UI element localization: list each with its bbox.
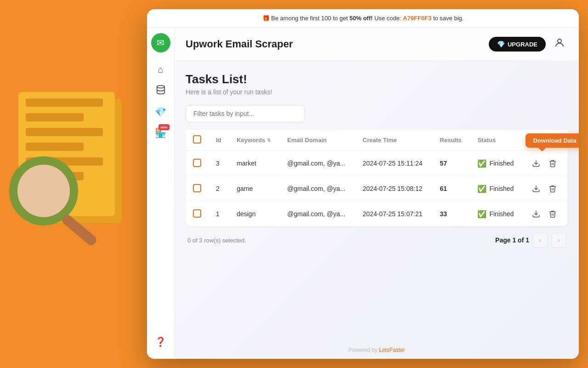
header-keywords[interactable]: Keywords ⇅ bbox=[229, 130, 280, 151]
powered-by: Powered by LetsFaster bbox=[175, 341, 579, 359]
row-create-time: 2024-07-25 15:07:21 bbox=[356, 201, 433, 227]
download-button[interactable] bbox=[530, 183, 542, 195]
sidebar-item-diamond[interactable]: 💎 bbox=[151, 102, 170, 121]
svg-point-0 bbox=[157, 85, 164, 88]
table-body: 3 market @gmail.com, @ya... 2024-07-25 1… bbox=[186, 151, 568, 227]
sidebar-item-help[interactable]: ❓ bbox=[151, 332, 170, 351]
background-decoration bbox=[0, 0, 147, 368]
user-profile-button[interactable] bbox=[551, 36, 568, 52]
table-row: 3 market @gmail.com, @ya... 2024-07-25 1… bbox=[186, 151, 568, 176]
row-checkbox[interactable] bbox=[193, 159, 201, 167]
bg-doc-line bbox=[26, 98, 103, 107]
header-status: Status bbox=[470, 130, 523, 151]
sidebar-item-shop[interactable]: 🏪 new bbox=[151, 123, 170, 143]
page-title: Tasks List! bbox=[186, 72, 568, 86]
main-content: Upwork Email Scraper 💎 UPGRADE Task bbox=[175, 28, 579, 359]
row-checkbox-cell bbox=[186, 176, 209, 201]
database-icon bbox=[156, 85, 166, 97]
download-button[interactable] bbox=[530, 157, 542, 169]
table-header: Id Keywords ⇅ Email Domain Create Time R bbox=[186, 130, 568, 151]
upgrade-button[interactable]: 💎 UPGRADE bbox=[489, 37, 546, 52]
bg-doc-line bbox=[26, 128, 103, 136]
app-window: 🎁 Be among the first 100 to get 50% off!… bbox=[147, 9, 579, 359]
download-button[interactable] bbox=[530, 208, 542, 220]
sidebar-bottom: ❓ bbox=[151, 332, 170, 353]
magnifier-circle bbox=[9, 156, 78, 225]
bg-doc-line bbox=[26, 143, 84, 151]
row-checkbox-cell bbox=[186, 201, 209, 227]
row-email-domain: @gmail.com, @ya... bbox=[280, 151, 355, 176]
bg-doc-line bbox=[26, 113, 84, 121]
keywords-header: Keywords ⇅ bbox=[237, 137, 272, 144]
diamond-icon: 💎 bbox=[497, 40, 505, 48]
table-footer: 0 of 3 row(s) selected. Page 1 of 1 ‹ › bbox=[186, 226, 568, 247]
status-text: Finished bbox=[489, 210, 514, 218]
row-create-time: 2024-07-25 15:08:12 bbox=[356, 176, 433, 201]
row-results: 57 bbox=[433, 151, 470, 176]
table-wrapper: Id Keywords ⇅ Email Domain Create Time R bbox=[186, 130, 568, 226]
table-row: 2 game @gmail.com, @ya... 2024-07-25 15:… bbox=[186, 176, 568, 201]
row-keywords: game bbox=[229, 176, 280, 201]
row-action bbox=[523, 176, 568, 201]
page-content: Tasks List! Here is a list of your run t… bbox=[175, 61, 579, 341]
header-id: Id bbox=[209, 130, 229, 151]
upgrade-label: UPGRADE bbox=[508, 41, 537, 48]
bg-doc-front bbox=[18, 92, 115, 216]
status-text: Finished bbox=[489, 160, 514, 167]
pagination: Page 1 of 1 ‹ › bbox=[495, 233, 566, 247]
status-check-icon: ✅ bbox=[477, 184, 486, 193]
filter-input[interactable] bbox=[186, 105, 305, 122]
header-email-domain: Email Domain bbox=[280, 130, 355, 151]
status-check-icon: ✅ bbox=[477, 159, 486, 168]
header-row: Id Keywords ⇅ Email Domain Create Time R bbox=[186, 130, 568, 151]
promo-banner: 🎁 Be among the first 100 to get 50% off!… bbox=[147, 9, 579, 28]
select-all-checkbox[interactable] bbox=[193, 135, 201, 144]
delete-button[interactable] bbox=[547, 208, 559, 220]
bg-doc-line bbox=[26, 172, 84, 180]
sidebar-item-home[interactable]: ⌂ bbox=[151, 60, 170, 79]
home-icon: ⌂ bbox=[158, 64, 163, 75]
row-checkbox[interactable] bbox=[193, 184, 201, 192]
tasks-table: Id Keywords ⇅ Email Domain Create Time R bbox=[186, 130, 568, 226]
bg-document bbox=[18, 92, 119, 221]
promo-code[interactable]: A79FF0F3 bbox=[403, 15, 431, 22]
row-email-domain: @gmail.com, @ya... bbox=[280, 176, 355, 201]
promo-end: to save big. bbox=[433, 15, 464, 22]
row-checkbox[interactable] bbox=[193, 209, 201, 218]
diamond-icon: 💎 bbox=[155, 106, 166, 117]
row-action bbox=[523, 201, 568, 227]
sidebar: ✉ ⌂ 💎 🏪 new bbox=[147, 28, 175, 359]
sidebar-logo[interactable]: ✉ bbox=[151, 33, 170, 52]
row-status: ✅ Finished bbox=[470, 176, 523, 201]
row-id: 1 bbox=[209, 201, 229, 227]
new-badge: new bbox=[158, 124, 170, 130]
sort-icon: ⇅ bbox=[267, 138, 271, 143]
row-keywords: market bbox=[229, 151, 280, 176]
pagination-prev-button[interactable]: ‹ bbox=[533, 233, 548, 247]
download-tooltip: Download Data bbox=[526, 133, 579, 148]
sidebar-item-database[interactable] bbox=[151, 81, 170, 100]
mail-icon: ✉ bbox=[157, 37, 164, 48]
row-email-domain: @gmail.com, @ya... bbox=[280, 201, 355, 227]
row-results: 61 bbox=[433, 176, 470, 201]
page-subtitle: Here is a list of your run tasks! bbox=[186, 88, 568, 96]
pagination-label: Page 1 of 1 bbox=[495, 236, 529, 244]
promo-text: 🎁 Be among the first 100 to get 50% off!… bbox=[262, 15, 403, 22]
row-id: 3 bbox=[209, 151, 229, 176]
powered-link[interactable]: LetsFaster bbox=[379, 347, 405, 353]
pagination-next-button[interactable]: › bbox=[551, 233, 566, 247]
table-row: 1 design @gmail.com, @ya... 2024-07-25 1… bbox=[186, 201, 568, 227]
powered-text: Powered by bbox=[348, 347, 379, 353]
status-check-icon: ✅ bbox=[477, 210, 486, 218]
header-results: Results bbox=[433, 130, 470, 151]
status-text: Finished bbox=[489, 185, 514, 192]
app-title: Upwork Email Scraper bbox=[186, 38, 489, 50]
bg-magnifier bbox=[9, 156, 101, 248]
bg-doc-line bbox=[26, 157, 103, 166]
delete-button[interactable] bbox=[547, 183, 559, 195]
help-icon: ❓ bbox=[155, 336, 166, 347]
row-id: 2 bbox=[209, 176, 229, 201]
row-checkbox-cell bbox=[186, 151, 209, 176]
row-create-time: 2024-07-25 15:11:24 bbox=[356, 151, 433, 176]
delete-button[interactable] bbox=[547, 157, 559, 169]
